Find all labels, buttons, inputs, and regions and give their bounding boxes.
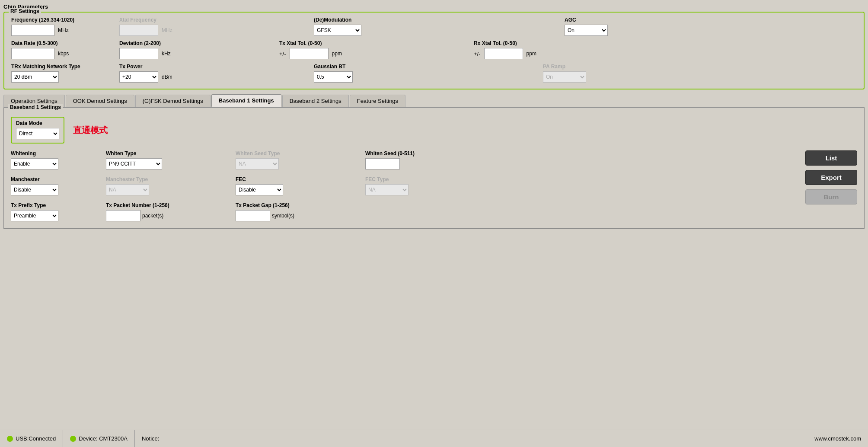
whiten-seed-type-field: Whiten Seed Type NA bbox=[236, 150, 365, 169]
frequency-label: Frequency (126.334-1020) bbox=[11, 17, 106, 23]
deviation-input[interactable]: 25.0 bbox=[119, 48, 158, 59]
tx-xtal-tol-unit: ppm bbox=[332, 51, 342, 57]
tx-prefix-type-label: Tx Prefix Type bbox=[11, 202, 106, 208]
rf-settings-box: RF Settings Frequency (126.334-1020) 471… bbox=[3, 12, 865, 89]
demodulation-label: (De)Modulation bbox=[314, 17, 465, 23]
tx-packet-number-unit: packet(s) bbox=[142, 213, 163, 219]
xtal-frequency-input: 26.0000 bbox=[119, 25, 158, 36]
baseband1-inner: Data Mode Direct Packet Infinite 直通模式 Wh… bbox=[11, 112, 857, 221]
demodulation-field: (De)Modulation GFSK FSK OOK bbox=[314, 17, 465, 36]
rf-row-3: TRx Matching Network Type 20 dBm 10 dBm … bbox=[11, 64, 857, 83]
tx-power-field: Tx Power +20 +13 +10 0 dBm bbox=[119, 64, 214, 83]
tx-xtal-tol-label: Tx Xtal Tol. (0-50) bbox=[279, 40, 409, 46]
frequency-input[interactable]: 471.500 bbox=[11, 25, 54, 36]
rx-xtal-tol-field: Rx Xtal Tol. (0-50) +/- 20 ppm bbox=[474, 40, 603, 59]
tx-packet-number-label: Tx Packet Number (1-256) bbox=[106, 202, 236, 208]
xtal-frequency-field: Xtal Frequency 26.0000 MHz bbox=[119, 17, 214, 36]
whiten-seed-type-label: Whiten Seed Type bbox=[236, 150, 365, 156]
rf-row-1: Frequency (126.334-1020) 471.500 MHz Xta… bbox=[11, 17, 857, 36]
tx-packet-gap-input[interactable]: 32 bbox=[236, 210, 270, 221]
right-buttons: List Export Burn bbox=[805, 150, 857, 204]
tx-power-unit: dBm bbox=[162, 74, 172, 80]
fields-buttons-row: Whitening Enable Disable Whiten Type bbox=[11, 150, 857, 221]
notice-label: Notice: bbox=[142, 435, 159, 442]
baseband-row-3: Tx Prefix Type Preamble None Tx Packet N… bbox=[11, 202, 805, 221]
baseband-row-1: Whitening Enable Disable Whiten Type bbox=[11, 150, 805, 169]
trx-matching-label: TRx Matching Network Type bbox=[11, 64, 106, 70]
pa-ramp-label: PA Ramp bbox=[543, 64, 629, 70]
tx-packet-gap-label: Tx Packet Gap (1-256) bbox=[236, 202, 365, 208]
tx-packet-gap-unit: symbol(s) bbox=[272, 213, 294, 219]
whitening-field: Whitening Enable Disable bbox=[11, 150, 106, 169]
usb-status-segment: USB:Connected bbox=[0, 430, 63, 447]
trx-matching-select[interactable]: 20 dBm 10 dBm bbox=[11, 71, 59, 83]
chip-params-title: Chip Parameters bbox=[3, 3, 865, 10]
pa-ramp-field: PA Ramp On Off bbox=[543, 64, 629, 83]
fields-area: Whitening Enable Disable Whiten Type bbox=[11, 150, 805, 221]
agc-label: AGC bbox=[565, 17, 651, 23]
deviation-unit: kHz bbox=[162, 51, 171, 57]
xtal-frequency-label: Xtal Frequency bbox=[119, 17, 214, 23]
rf-settings-legend: RF Settings bbox=[9, 8, 41, 14]
tx-packet-number-field: Tx Packet Number (1-256) 1 packet(s) bbox=[106, 202, 236, 221]
manchester-type-select: NA bbox=[106, 184, 149, 195]
fec-field: FEC Disable Enable bbox=[236, 176, 365, 195]
device-status-label: Device: CMT2300A bbox=[79, 435, 128, 442]
usb-status-dot bbox=[7, 436, 13, 442]
whiten-seed-input[interactable]: 511 bbox=[365, 158, 400, 169]
whiten-seed-label: Whiten Seed (0-511) bbox=[365, 150, 473, 156]
data-rate-label: Data Rate (0.5-300) bbox=[11, 40, 106, 46]
whitening-select[interactable]: Enable Disable bbox=[11, 158, 58, 169]
tx-xtal-tol-input[interactable]: 20 bbox=[290, 48, 329, 59]
usb-status-label: USB:Connected bbox=[16, 435, 56, 442]
export-button[interactable]: Export bbox=[805, 170, 857, 185]
rx-xtal-pm-sign: +/- bbox=[474, 51, 481, 57]
baseband1-legend: Baseband 1 Settings bbox=[8, 104, 63, 110]
tab-gfsk-demod-settings[interactable]: (G)FSK Demod Settings bbox=[135, 95, 211, 107]
trx-matching-field: TRx Matching Network Type 20 dBm 10 dBm bbox=[11, 64, 106, 83]
whitening-label: Whitening bbox=[11, 150, 106, 156]
data-mode-box: Data Mode Direct Packet Infinite bbox=[11, 117, 64, 144]
website-segment: www.cmostek.com bbox=[807, 430, 868, 447]
agc-select[interactable]: On Off bbox=[565, 25, 608, 36]
burn-button[interactable]: Burn bbox=[805, 189, 857, 204]
frequency-field: Frequency (126.334-1020) 471.500 MHz bbox=[11, 17, 106, 36]
tx-power-select[interactable]: +20 +13 +10 0 bbox=[119, 71, 158, 83]
tx-packet-number-input[interactable]: 1 bbox=[106, 210, 140, 221]
deviation-field: Deviation (2-200) 25.0 kHz bbox=[119, 40, 214, 59]
rx-xtal-tol-input[interactable]: 20 bbox=[484, 48, 523, 59]
tx-prefix-type-select[interactable]: Preamble None bbox=[11, 210, 58, 221]
gaussian-bt-select[interactable]: 0.5 0.3 None bbox=[314, 71, 353, 83]
fec-type-field: FEC Type NA bbox=[365, 176, 473, 195]
tab-ook-demod-settings[interactable]: OOK Demod Settings bbox=[66, 95, 134, 107]
rx-xtal-tol-label: Rx Xtal Tol. (0-50) bbox=[474, 40, 603, 46]
data-rate-input[interactable]: 10.0 bbox=[11, 48, 54, 59]
data-rate-field: Data Rate (0.5-300) 10.0 kbps bbox=[11, 40, 106, 59]
xtal-frequency-unit: MHz bbox=[162, 27, 172, 33]
agc-field: AGC On Off bbox=[565, 17, 651, 36]
top-row: Data Mode Direct Packet Infinite 直通模式 bbox=[11, 117, 857, 144]
website-label: www.cmostek.com bbox=[814, 435, 861, 442]
notice-segment: Notice: bbox=[135, 430, 807, 447]
fec-select[interactable]: Disable Enable bbox=[236, 184, 283, 195]
tx-prefix-type-field: Tx Prefix Type Preamble None bbox=[11, 202, 106, 221]
manchester-select[interactable]: Disable Enable bbox=[11, 184, 58, 195]
tab-baseband2-settings[interactable]: Baseband 2 Settings bbox=[282, 95, 349, 107]
tab-feature-settings[interactable]: Feature Settings bbox=[350, 95, 405, 107]
list-button[interactable]: List bbox=[805, 150, 857, 166]
rf-row-2: Data Rate (0.5-300) 10.0 kbps Deviation … bbox=[11, 40, 857, 59]
data-mode-select[interactable]: Direct Packet Infinite bbox=[16, 128, 59, 139]
manchester-field: Manchester Disable Enable bbox=[11, 176, 106, 195]
whiten-type-label: Whiten Type bbox=[106, 150, 236, 156]
tx-xtal-tol-field: Tx Xtal Tol. (0-50) +/- 20 ppm bbox=[279, 40, 409, 59]
tabs-container: Operation Settings OOK Demod Settings (G… bbox=[3, 94, 865, 108]
fec-type-label: FEC Type bbox=[365, 176, 473, 182]
deviation-label: Deviation (2-200) bbox=[119, 40, 214, 46]
whiten-type-select[interactable]: PN9 CCITT PN9 IBM bbox=[106, 158, 162, 169]
pa-ramp-select: On Off bbox=[543, 71, 586, 83]
demodulation-select[interactable]: GFSK FSK OOK bbox=[314, 25, 361, 36]
manchester-label: Manchester bbox=[11, 176, 106, 182]
fec-label: FEC bbox=[236, 176, 365, 182]
tab-baseband1-settings[interactable]: Baseband 1 Settings bbox=[211, 94, 281, 107]
manchester-type-label: Manchester Type bbox=[106, 176, 236, 182]
